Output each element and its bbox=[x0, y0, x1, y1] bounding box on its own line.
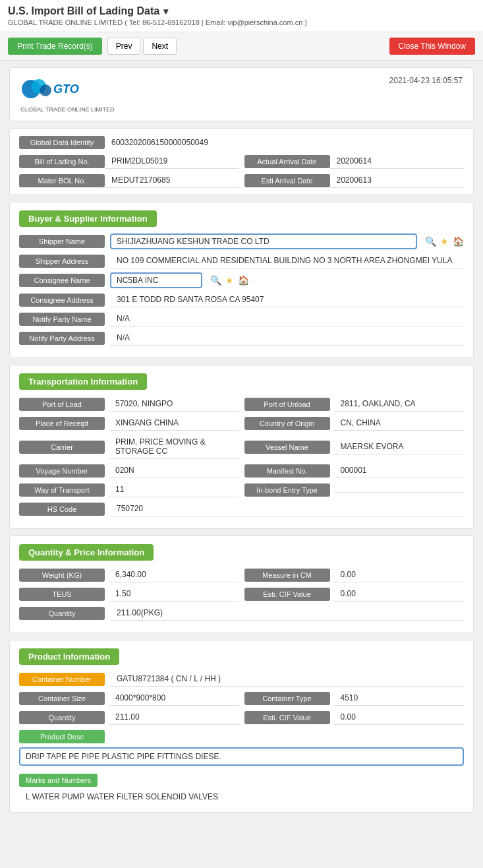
vessel-name-value: MAERSK EVORA bbox=[334, 439, 465, 454]
hs-code-label: HS Code bbox=[19, 503, 105, 516]
measure-field: Measure in CM 0.00 bbox=[244, 567, 465, 582]
product-quantity-field: Quantity 211.00 bbox=[19, 710, 239, 725]
product-desc-value: DRIP TAPE PE PIPE PLASTIC PIPE FITTINGS … bbox=[19, 747, 464, 766]
toolbar: Print Trade Record(s) Prev Next Close Th… bbox=[0, 32, 483, 61]
container-size-type-row: Container Size 4000*900*800 Container Ty… bbox=[19, 691, 464, 706]
buyer-supplier-card: Buyer & Supplier Information Shipper Nam… bbox=[9, 202, 474, 358]
product-desc-label: Product Desc bbox=[19, 730, 105, 743]
product-desc-section: Product Desc DRIP TAPE PE PIPE PLASTIC P… bbox=[19, 730, 464, 766]
country-origin-value: CN, CHINA bbox=[334, 416, 465, 431]
container-type-field: Container Type 4510 bbox=[244, 691, 465, 706]
container-number-row: Container Number GATU8721384 ( CN / L / … bbox=[19, 671, 464, 687]
esti-cif-field: Esti. CIF Value 0.00 bbox=[244, 586, 465, 602]
shipper-address-row: Shipper Address NO 109 COMMERCIAL AND RE… bbox=[19, 253, 464, 268]
shipper-search-icon[interactable]: 🔍 bbox=[425, 236, 436, 247]
consignee-icons: 🔍 ★ 🏠 bbox=[210, 275, 249, 286]
product-quantity-cif-row: Quantity 211.00 Esti. CIF Value 0.00 bbox=[19, 710, 464, 725]
page-title-text: U.S. Import Bill of Lading Data bbox=[8, 5, 159, 17]
identity-card: Global Data Identity 6003202006150000050… bbox=[9, 128, 474, 195]
place-receipt-country-row: Place of Receipt XINGANG CHINA Country o… bbox=[19, 416, 464, 431]
product-header: Product Information bbox=[19, 648, 119, 665]
manifest-field: Manifest No. 000001 bbox=[244, 463, 465, 478]
shipper-star-icon[interactable]: ★ bbox=[440, 236, 449, 247]
quantity-value: 211.00(PKG) bbox=[110, 605, 464, 621]
next-button[interactable]: Next bbox=[143, 38, 177, 55]
container-type-value: 4510 bbox=[334, 691, 465, 706]
print-button[interactable]: Print Trade Record(s) bbox=[8, 38, 102, 55]
master-bol-field: Mater BOL No. MEDUT2170685 bbox=[19, 173, 239, 188]
product-quantity-value: 211.00 bbox=[109, 710, 239, 725]
bol-label: Bill of Lading No. bbox=[19, 155, 105, 168]
notify-party-address-row: Notify Party Address N/A bbox=[19, 330, 464, 346]
quantity-price-header: Quantity & Price Information bbox=[19, 544, 154, 561]
port-load-field: Port of Load 57020, NINGPO bbox=[19, 396, 239, 412]
teus-field: TEUS 1.50 bbox=[19, 586, 239, 602]
weight-value: 6,340.00 bbox=[109, 567, 239, 582]
consignee-star-icon[interactable]: ★ bbox=[225, 275, 234, 286]
weight-measure-row: Weight (KG) 6,340.00 Measure in CM 0.00 bbox=[19, 567, 464, 582]
carrier-field: Carrier PRIM, PRICE MOVING & STORAGE CC bbox=[19, 435, 239, 459]
page-subtitle: GLOBAL TRADE ONLINE LIMITED ( Tel: 86-51… bbox=[8, 18, 475, 26]
way-transport-value: 11 bbox=[109, 482, 239, 497]
bol-row: Bill of Lading No. PRIM2DL05019 Actual A… bbox=[19, 154, 464, 169]
product-quantity-label: Quantity bbox=[19, 711, 105, 724]
product-cif-value: 0.00 bbox=[334, 710, 465, 725]
shipper-address-value: NO 109 COMMERCIAL AND RESIDENTIAL BUILDI… bbox=[110, 253, 464, 268]
container-number-label: Container Number bbox=[19, 673, 105, 686]
buyer-supplier-header: Buyer & Supplier Information bbox=[19, 210, 157, 227]
vessel-name-field: Vessel Name MAERSK EVORA bbox=[244, 435, 465, 459]
notify-party-name-value: N/A bbox=[110, 311, 464, 326]
marks-label: Marks and Numbers bbox=[19, 774, 98, 787]
shipper-home-icon[interactable]: 🏠 bbox=[453, 236, 464, 247]
consignee-address-label: Consignee Address bbox=[19, 294, 105, 307]
top-bar: U.S. Import Bill of Lading Data ▾ GLOBAL… bbox=[0, 0, 483, 32]
country-origin-label: Country of Origin bbox=[244, 417, 330, 430]
place-receipt-label: Place of Receipt bbox=[19, 417, 105, 430]
port-load-unload-row: Port of Load 57020, NINGPO Port of Unloa… bbox=[19, 396, 464, 412]
svg-point-2 bbox=[40, 84, 51, 96]
consignee-address-row: Consignee Address 301 E TODD RD SANTA RO… bbox=[19, 292, 464, 307]
notify-party-name-row: Notify Party Name N/A bbox=[19, 311, 464, 326]
master-bol-value: MEDUT2170685 bbox=[105, 173, 239, 188]
voyage-label: Voyage Number bbox=[19, 464, 105, 478]
port-load-value: 57020, NINGPO bbox=[109, 396, 239, 412]
esti-cif-value: 0.00 bbox=[334, 586, 465, 602]
inbond-label: In-bond Entry Type bbox=[244, 483, 330, 497]
port-unload-field: Port of Unload 2811, OAKLAND, CA bbox=[244, 396, 465, 412]
notify-party-name-label: Notify Party Name bbox=[19, 313, 105, 326]
esti-arrival-field: Esti Arrival Date 20200613 bbox=[244, 173, 465, 188]
notify-party-address-value: N/A bbox=[110, 330, 464, 346]
product-cif-field: Esti. CIF Value 0.00 bbox=[244, 710, 465, 725]
product-card: Product Information Container Number GAT… bbox=[9, 640, 474, 813]
container-size-field: Container Size 4000*900*800 bbox=[19, 691, 239, 706]
hs-code-value: 750720 bbox=[110, 501, 464, 516]
weight-label: Weight (KG) bbox=[19, 569, 105, 582]
quantity-price-card: Quantity & Price Information Weight (KG)… bbox=[9, 536, 474, 633]
inbond-value bbox=[334, 487, 465, 493]
measure-value: 0.00 bbox=[334, 567, 465, 582]
shipper-name-label: Shipper Name bbox=[19, 235, 105, 248]
carrier-value: PRIM, PRICE MOVING & STORAGE CC bbox=[109, 435, 239, 459]
header-datetime: 2021-04-23 16:05:57 bbox=[389, 76, 463, 85]
marks-value: L WATER PUMP WATER FILTER SOLENOID VALVE… bbox=[19, 790, 464, 804]
consignee-home-icon[interactable]: 🏠 bbox=[238, 275, 249, 286]
teus-cif-row: TEUS 1.50 Esti. CIF Value 0.00 bbox=[19, 586, 464, 602]
shipper-icons: 🔍 ★ 🏠 bbox=[425, 236, 464, 247]
dropdown-arrow-icon[interactable]: ▾ bbox=[163, 6, 168, 16]
gto-logo: GTO bbox=[20, 76, 80, 105]
carrier-label: Carrier bbox=[19, 441, 105, 454]
quantity-label: Quantity bbox=[19, 607, 105, 620]
shipper-name-row: Shipper Name SHIJIAZHUANG KESHUN TRADE C… bbox=[19, 233, 464, 249]
transportation-header: Transportation Information bbox=[19, 373, 147, 390]
consignee-search-icon[interactable]: 🔍 bbox=[210, 275, 221, 286]
carrier-vessel-row: Carrier PRIM, PRICE MOVING & STORAGE CC … bbox=[19, 435, 464, 459]
way-transport-field: Way of Transport 11 bbox=[19, 482, 239, 497]
prev-button[interactable]: Prev bbox=[107, 38, 141, 55]
container-number-value: GATU8721384 ( CN / L / HH ) bbox=[110, 671, 464, 687]
country-origin-field: Country of Origin CN, CHINA bbox=[244, 416, 465, 431]
logo-area: GTO GLOBAL TRADE ONLINE LIMITED bbox=[20, 76, 115, 113]
port-unload-label: Port of Unload bbox=[244, 398, 330, 411]
voyage-field: Voyage Number 020N bbox=[19, 463, 239, 478]
close-button[interactable]: Close This Window bbox=[389, 38, 475, 55]
consignee-name-row: Consignee Name NC5BA INC 🔍 ★ 🏠 bbox=[19, 272, 464, 288]
